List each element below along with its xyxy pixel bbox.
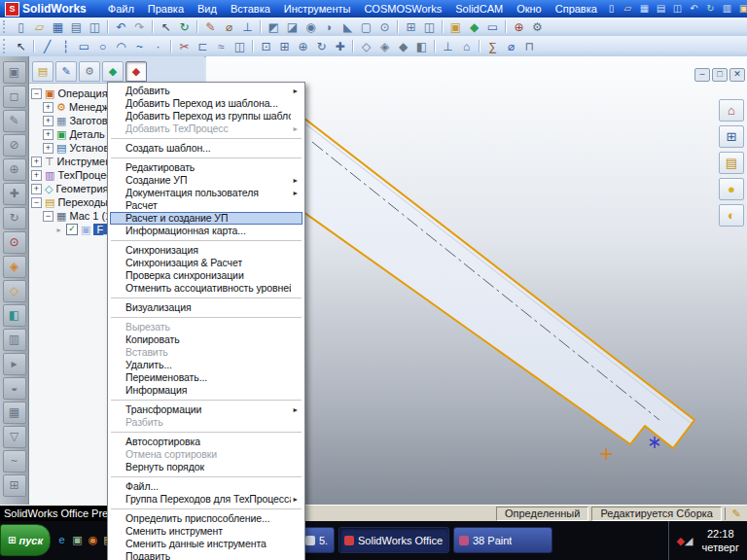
menubar-item[interactable]: Вид <box>191 1 224 17</box>
new-document-icon[interactable]: ▯ <box>12 19 30 35</box>
exploded-view-icon[interactable]: ◈ <box>3 256 26 278</box>
standard-views-icon[interactable]: ⌂ <box>457 39 476 54</box>
convert-entities-icon[interactable]: ⊏ <box>194 39 212 54</box>
tree-expander-icon[interactable]: + <box>43 129 53 140</box>
context-menu-item[interactable]: Визуализация <box>110 301 302 314</box>
assembly-icon[interactable]: ▣ <box>446 19 465 35</box>
tree-expander-icon[interactable]: + <box>31 170 42 181</box>
rotate-view-icon[interactable]: ↻ <box>312 39 331 54</box>
show-desktop-icon[interactable]: ▣ <box>71 533 84 546</box>
point-icon[interactable]: · <box>149 39 167 54</box>
hide-component-icon[interactable]: ◻ <box>3 86 26 108</box>
open-document-icon[interactable]: ▱ <box>30 19 49 35</box>
simulation-icon[interactable]: ▽ <box>3 426 26 448</box>
show-hidden-icon[interactable]: ◒ <box>3 377 26 400</box>
measure-icon[interactable]: ⌀ <box>502 39 520 54</box>
fillet-icon[interactable]: ◗ <box>320 19 338 35</box>
open-folder-icon[interactable]: ▤ <box>719 152 744 174</box>
context-menu-item[interactable]: Сменить данные инструмента <box>110 538 302 550</box>
menubar-item[interactable]: Вставка <box>224 1 277 17</box>
select-arrow-icon[interactable]: ↖ <box>12 39 30 54</box>
checkbox-icon[interactable]: ✓ <box>66 224 78 235</box>
line-icon[interactable]: ╱ <box>38 39 56 54</box>
tree-expander-icon[interactable]: − <box>31 88 42 99</box>
extruded-boss-icon[interactable]: ◩ <box>265 19 283 35</box>
save-icon[interactable]: ▦ <box>637 2 652 16</box>
tree-expander-icon[interactable]: − <box>43 211 53 222</box>
context-menu-item[interactable]: Файл... <box>110 480 302 493</box>
large-assembly-icon[interactable]: ▦ <box>3 402 26 424</box>
print-preview-icon[interactable]: ◫ <box>670 2 685 16</box>
edit-part-icon[interactable]: ✎ <box>3 110 26 132</box>
interference-icon[interactable]: ◧ <box>3 304 26 327</box>
menubar-item[interactable]: SolidCAM <box>448 1 510 17</box>
tree-expander-icon[interactable]: + <box>43 143 53 154</box>
menubar-item[interactable]: Правка <box>141 1 191 17</box>
spline-icon[interactable]: ~ <box>130 39 149 54</box>
extruded-cut-icon[interactable]: ◪ <box>283 19 302 35</box>
context-menu-item[interactable]: Добавить► <box>110 85 302 97</box>
mass-properties-icon[interactable]: ⊓ <box>520 39 539 54</box>
context-menu-item[interactable]: Вырезать <box>110 321 302 333</box>
shaded-icon[interactable]: ◆ <box>394 39 412 54</box>
context-menu-item[interactable]: Добавить ТехПроцесс► <box>110 122 302 135</box>
context-menu-item[interactable]: Документация пользователя► <box>110 187 302 199</box>
options-icon[interactable]: ⚙ <box>528 19 547 35</box>
document-close-button[interactable]: ✕ <box>729 68 745 82</box>
equations-icon[interactable]: ∑ <box>483 39 502 54</box>
rebuild-icon[interactable]: ↻ <box>703 2 718 16</box>
context-menu-item[interactable]: Проверка синхронизации <box>110 269 302 282</box>
document-minimize-button[interactable]: – <box>694 68 710 82</box>
antivirus-tray-icon[interactable]: ◆ <box>677 535 685 546</box>
configurationmanager-tab-icon[interactable]: ⚙ <box>79 61 100 82</box>
view-settings-icon[interactable]: ⊞ <box>719 125 744 148</box>
mate-icon[interactable]: ⊕ <box>3 158 26 181</box>
pan-icon[interactable]: ✚ <box>331 39 349 54</box>
hidden-lines-icon[interactable]: ◈ <box>375 39 394 54</box>
taskbar-solidworks-button[interactable]: SolidWorks Office Pre... <box>338 527 449 553</box>
tree-expander-icon[interactable]: − <box>31 197 42 208</box>
part-icon[interactable]: ◆ <box>465 19 483 35</box>
revolved-boss-icon[interactable]: ◉ <box>302 19 320 35</box>
print-icon[interactable]: ▤ <box>654 2 668 16</box>
context-menu-item[interactable]: Копировать <box>110 333 302 346</box>
model-part[interactable] <box>243 108 694 448</box>
context-menu-item[interactable]: Информация <box>110 384 302 397</box>
reference-geometry-icon[interactable]: ⊞ <box>3 474 26 497</box>
taskbar-paint-button[interactable]: 38 Paint <box>453 527 552 553</box>
context-menu-item[interactable]: Сменить инструмент <box>110 525 302 538</box>
zoom-area-icon[interactable]: ⊞ <box>275 39 294 54</box>
light-icon[interactable]: ◐ <box>719 204 744 227</box>
context-menu-item[interactable]: Разбить <box>110 416 302 429</box>
normal-to-icon[interactable]: ⊥ <box>439 39 457 54</box>
context-menu-item[interactable]: Создать шаблон... <box>110 142 302 155</box>
offset-entities-icon[interactable]: ≈ <box>212 39 231 54</box>
featuremanager-tab-icon[interactable]: ▤ <box>32 61 53 82</box>
mirror-entities-icon[interactable]: ◫ <box>231 39 249 54</box>
relations-icon[interactable]: ⊥ <box>238 19 257 35</box>
explode-line-icon[interactable]: ◇ <box>3 280 26 302</box>
print-preview-icon[interactable]: ◫ <box>86 19 104 35</box>
context-menu-item[interactable]: Создание УП► <box>110 174 302 187</box>
insert-component-icon[interactable]: ▣ <box>3 61 26 84</box>
camworks-operation-tree-tab-icon[interactable]: ◆ <box>125 61 147 82</box>
rebuild-icon[interactable]: ↻ <box>175 19 194 35</box>
context-menu-item[interactable]: Переименовать... <box>110 371 302 384</box>
menubar-item[interactable]: Файл <box>101 1 141 17</box>
tree-expander-icon[interactable]: + <box>43 102 53 113</box>
toolbox-icon[interactable]: ⊕ <box>510 19 528 35</box>
smart-dimension-icon[interactable]: ⌀ <box>220 19 238 35</box>
new-motion-icon[interactable]: ▸ <box>3 353 26 375</box>
context-menu-item[interactable]: Вставить <box>110 346 302 359</box>
context-menu-item[interactable]: Расчет и создание УП <box>110 212 302 225</box>
menubar-item[interactable]: Инструменты <box>277 1 358 17</box>
trim-icon[interactable]: ✂ <box>175 39 194 54</box>
section-view-icon[interactable]: ◧ <box>412 39 431 54</box>
smart-fasteners-icon[interactable]: ⊙ <box>3 231 26 254</box>
start-button[interactable]: ⊞ пуск <box>0 524 51 556</box>
context-menu-item[interactable]: Автосортировка <box>110 436 302 448</box>
tree-expander-icon[interactable]: ▸ <box>54 226 63 234</box>
properties-icon[interactable]: ▥ <box>720 2 734 16</box>
drawing-icon[interactable]: ▭ <box>483 19 502 35</box>
tree-expander-icon[interactable]: + <box>43 116 53 126</box>
